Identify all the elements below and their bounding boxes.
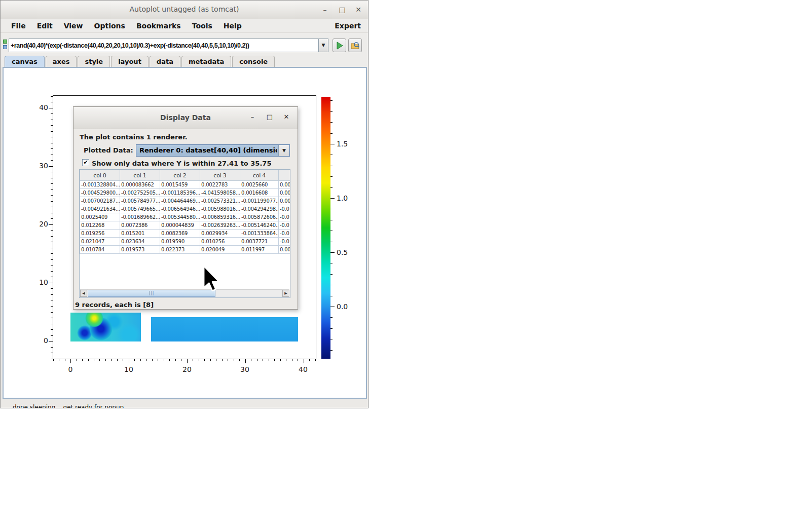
table-cell[interactable]: -0.001689662... [120, 213, 160, 221]
table-header[interactable]: col 0 [80, 170, 120, 181]
table-cell[interactable]: 0.0072386 [120, 221, 160, 230]
table-cell[interactable]: -0.004294298... [240, 205, 279, 213]
table-cell[interactable]: -0.002573321... [200, 197, 240, 205]
y-axis-tick [51, 120, 53, 120]
dialog-minimize-icon[interactable]: – [247, 112, 258, 122]
table-row[interactable]: 0.0122680.00723860.000044839-0.002639263… [80, 221, 291, 230]
table-cell[interactable]: -0.0 [279, 221, 291, 230]
y-axis-tick [51, 143, 53, 143]
table-cell[interactable]: 0.000044839 [160, 221, 200, 230]
table-row[interactable]: 0.0107840.0195730.0223730.0200490.011997… [80, 246, 291, 254]
table-row[interactable]: 0.0025409-0.001689662...-0.005344580...-… [80, 213, 291, 221]
table-cell[interactable]: -0.002752505... [120, 189, 160, 197]
table-header[interactable]: col 4 [240, 170, 279, 181]
table-cell[interactable]: 0.015201 [120, 230, 160, 238]
table-cell[interactable]: -0.006859316... [200, 213, 240, 221]
table-header[interactable]: col 3 [200, 170, 240, 181]
y-axis-tick [51, 213, 53, 213]
table-cell[interactable]: -0.001328804... [80, 181, 120, 189]
x-axis-tick [199, 359, 199, 361]
table-cell[interactable]: -0.0 [279, 230, 291, 238]
table-cell[interactable]: 0.00 [279, 189, 291, 197]
table-cell[interactable]: -0.005749665... [120, 205, 160, 213]
x-axis-tick [304, 359, 304, 363]
table-cell[interactable]: -0.005988016... [200, 205, 240, 213]
table-cell[interactable]: -0.005784977... [120, 197, 160, 205]
table-cell[interactable]: 0.019256 [80, 230, 120, 238]
table-cell[interactable]: 0.012268 [80, 221, 120, 230]
table-cell[interactable]: -0.0 [279, 213, 291, 221]
table-cell[interactable]: 0.0037721 [240, 238, 279, 246]
table-cell[interactable]: 0.020049 [200, 246, 240, 254]
colorbar-tick [330, 296, 333, 296]
horizontal-scrollbar[interactable]: ◀ ||| ▶ [80, 289, 289, 297]
table-cell[interactable]: 0.0082369 [160, 230, 200, 238]
table-cell[interactable]: 0.00 [279, 197, 291, 205]
table-cell[interactable]: 0.0029934 [200, 230, 240, 238]
table-cell[interactable]: 0.0025660 [240, 181, 279, 189]
table-cell[interactable]: 0.010256 [200, 238, 240, 246]
table-header[interactable]: col 2 [160, 170, 200, 181]
table-cell[interactable]: 0.023634 [120, 238, 160, 246]
table-cell[interactable]: -0.001185396... [160, 189, 200, 197]
y-axis-tick [51, 137, 53, 137]
table-cell[interactable]: 0.0016608 [240, 189, 279, 197]
table-cell[interactable]: -0.004464469... [160, 197, 200, 205]
table-row[interactable]: -0.004529800...-0.002752505...-0.0011853… [80, 189, 291, 197]
table-cell[interactable]: 0.019590 [160, 238, 200, 246]
table-header[interactable]: col 1 [120, 170, 160, 181]
table-cell[interactable]: -0.006564946... [160, 205, 200, 213]
table-cell[interactable]: 0.022373 [160, 246, 200, 254]
combo-chevron-down-icon[interactable]: ▼ [278, 145, 289, 156]
table-row[interactable]: 0.0210470.0236340.0195900.0102560.003772… [80, 238, 291, 246]
table-cell[interactable]: -0.004529800... [80, 189, 120, 197]
table-row[interactable]: -0.004921634...-0.005749665...-0.0065649… [80, 205, 291, 213]
table-cell[interactable]: -0.005146240... [240, 221, 279, 230]
scroll-right-icon[interactable]: ▶ [282, 290, 289, 297]
table-cell[interactable]: -4.041598058... [200, 189, 240, 197]
table-cell[interactable]: 0.021047 [80, 238, 120, 246]
table-cell[interactable]: 0.0015459 [160, 181, 200, 189]
table-cell[interactable]: -0.004921634... [80, 205, 120, 213]
table-cell[interactable]: 0.00 [279, 181, 291, 189]
colorbar-tick [330, 317, 333, 318]
table-cell[interactable]: -0.0 [279, 205, 291, 213]
y-axis-tick [49, 108, 53, 108]
plotted-data-combobox[interactable]: Renderer 0: dataset[40,40] (dimension...… [136, 144, 290, 157]
table-cell[interactable]: 0.000083662 [120, 181, 160, 189]
table-row[interactable]: -0.007002187...-0.005784977...-0.0044644… [80, 197, 291, 205]
dialog-maximize-icon[interactable]: □ [264, 112, 275, 122]
table-cell[interactable]: 0.010784 [80, 246, 120, 254]
table-cell[interactable]: -0.0 [279, 238, 291, 246]
dialog-close-icon[interactable]: ✕ [281, 112, 292, 122]
scroll-left-icon[interactable]: ◀ [80, 290, 87, 297]
scrollbar-thumb[interactable]: ||| [88, 290, 215, 297]
table-cell[interactable]: -0.005872606... [240, 213, 279, 221]
filter-checkbox[interactable]: ✔ [82, 159, 89, 166]
table-cell[interactable]: -0.005344580... [160, 213, 200, 221]
y-axis-tick [51, 172, 53, 172]
table-row[interactable]: -0.001328804...0.0000836620.00154590.002… [80, 181, 291, 189]
colorbar-tick [330, 263, 333, 263]
table-cell[interactable]: 0.011997 [240, 246, 279, 254]
x-axis-tick [65, 359, 65, 361]
table-cell[interactable]: -0.001199077... [240, 197, 279, 205]
y-axis-tick [51, 96, 53, 97]
table-cell[interactable]: 0.0022783 [200, 181, 240, 189]
colorbar-tick [330, 307, 335, 307]
dialog-titlebar[interactable]: Display Data – □ ✕ [73, 107, 298, 129]
y-axis-tick [51, 347, 53, 348]
y-axis-tick [51, 288, 53, 289]
y-axis-tick [51, 207, 53, 207]
table-cell[interactable]: 0.019573 [120, 246, 160, 254]
table-cell[interactable]: -0.002639263... [200, 221, 240, 230]
table-cell[interactable]: -0.007002187... [80, 197, 120, 205]
table-row[interactable]: 0.0192560.0152010.00823690.0029934-0.001… [80, 230, 291, 238]
x-axis-tick [152, 359, 153, 361]
table-cell[interactable]: 0.00 [279, 246, 291, 254]
x-axis-tick [88, 359, 89, 361]
table-cell[interactable]: -0.001333864... [240, 230, 279, 238]
table-header[interactable] [279, 170, 291, 181]
table-cell[interactable]: 0.0025409 [80, 213, 120, 221]
display-data-dialog: Display Data – □ ✕ The plot contains 1 r… [73, 106, 298, 310]
